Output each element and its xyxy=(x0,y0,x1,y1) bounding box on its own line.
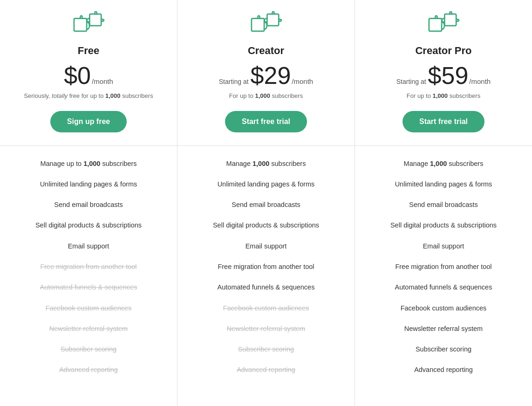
feature-item-1: Unlimited landing pages & forms xyxy=(9,174,168,194)
features-list-creator: Manage 1,000 subscribersUnlimited landin… xyxy=(177,146,355,388)
feature-item-3: Sell digital products & subscriptions xyxy=(9,215,168,235)
feature-item-5: Free migration from another tool xyxy=(187,256,345,277)
feature-item-2: Send email broadcasts xyxy=(364,194,523,215)
cta-button-creator[interactable]: Start free trial xyxy=(225,111,307,132)
plan-header-creator_pro: Creator ProStarting at $59/monthFor up t… xyxy=(355,0,532,146)
price-suffix-free: /month xyxy=(92,77,113,85)
feature-item-9: Subscriber scoring xyxy=(187,339,345,359)
feature-item-6: Automated funnels & sequences xyxy=(364,277,523,297)
feature-item-8: Newsletter referral system xyxy=(364,318,523,339)
puzzle-icon-free xyxy=(72,11,105,39)
feature-item-5: Free migration from another tool xyxy=(9,256,168,277)
cta-button-creator_pro[interactable]: Start free trial xyxy=(402,111,484,132)
plan-name-creator: Creator xyxy=(248,45,284,57)
feature-item-10: Advanced reporting xyxy=(9,359,168,380)
feature-item-7: Facebook custom audiences xyxy=(364,298,523,318)
price-row-creator: Starting at $29/month xyxy=(219,63,313,88)
price-suffix-creator_pro: /month xyxy=(469,77,491,85)
plan-col-free: Free$0/monthSeriously, totally free for … xyxy=(0,0,177,406)
price-prefix-creator: Starting at xyxy=(219,78,249,85)
feature-item-1: Unlimited landing pages & forms xyxy=(187,174,345,194)
feature-item-0: Manage 1,000 subscribers xyxy=(187,153,345,174)
feature-item-7: Facebook custom audiences xyxy=(9,298,168,318)
feature-item-4: Email support xyxy=(9,236,168,256)
feature-item-6: Automated funnels & sequences xyxy=(9,277,168,297)
plan-col-creator: CreatorStarting at $29/monthFor up to 1,… xyxy=(177,0,355,406)
price-subtitle-free: Seriously, totally free for up to 1,000 … xyxy=(24,91,153,101)
plan-col-creator_pro: Creator ProStarting at $59/monthFor up t… xyxy=(355,0,532,406)
feature-item-4: Email support xyxy=(364,236,523,256)
feature-item-9: Subscriber scoring xyxy=(364,339,523,359)
svg-rect-0 xyxy=(74,19,87,31)
feature-item-4: Email support xyxy=(187,236,345,256)
feature-item-7: Facebook custom audiences xyxy=(187,298,345,318)
svg-rect-4 xyxy=(429,19,442,31)
feature-item-6: Automated funnels & sequences xyxy=(187,277,345,297)
svg-rect-2 xyxy=(252,19,264,31)
price-subtitle-creator_pro: For up to 1,000 subscribers xyxy=(407,91,480,101)
price-amount-creator_pro: $59 xyxy=(428,63,469,88)
features-list-creator_pro: Manage 1,000 subscribersUnlimited landin… xyxy=(355,146,532,388)
feature-item-8: Newsletter referral system xyxy=(187,318,345,339)
plan-name-creator_pro: Creator Pro xyxy=(415,45,471,57)
price-row-free: $0/month xyxy=(64,63,113,88)
feature-item-3: Sell digital products & subscriptions xyxy=(187,215,345,235)
feature-item-3: Sell digital products & subscriptions xyxy=(364,215,523,235)
puzzle-icon-creator-pro xyxy=(427,11,460,39)
plan-name-free: Free xyxy=(78,45,99,57)
feature-item-9: Subscriber scoring xyxy=(9,339,168,359)
price-prefix-creator_pro: Starting at xyxy=(396,78,426,85)
price-amount-creator: $29 xyxy=(251,63,291,88)
feature-item-1: Unlimited landing pages & forms xyxy=(364,174,523,194)
svg-rect-3 xyxy=(267,14,279,26)
plan-header-free: Free$0/monthSeriously, totally free for … xyxy=(0,0,177,146)
feature-item-5: Free migration from another tool xyxy=(364,256,523,277)
feature-item-2: Send email broadcasts xyxy=(187,194,345,215)
feature-item-0: Manage 1,000 subscribers xyxy=(364,153,523,174)
feature-item-2: Send email broadcasts xyxy=(9,194,168,215)
features-list-free: Manage up to 1,000 subscribersUnlimited … xyxy=(0,146,177,388)
svg-rect-1 xyxy=(89,14,101,26)
price-amount-free: $0 xyxy=(64,63,91,88)
price-suffix-creator: /month xyxy=(292,77,313,85)
price-row-creator_pro: Starting at $59/month xyxy=(396,63,491,88)
price-subtitle-creator: For up to 1,000 subscribers xyxy=(229,91,303,101)
plan-header-creator: CreatorStarting at $29/monthFor up to 1,… xyxy=(177,0,355,146)
feature-item-0: Manage up to 1,000 subscribers xyxy=(9,153,168,174)
puzzle-icon-creator xyxy=(250,11,282,39)
feature-item-8: Newsletter referral system xyxy=(9,318,168,339)
pricing-table: Free$0/monthSeriously, totally free for … xyxy=(0,0,532,406)
feature-item-10: Advanced reporting xyxy=(187,359,345,380)
feature-item-10: Advanced reporting xyxy=(364,359,523,380)
cta-button-free[interactable]: Sign up free xyxy=(50,111,127,132)
svg-rect-5 xyxy=(444,14,456,26)
